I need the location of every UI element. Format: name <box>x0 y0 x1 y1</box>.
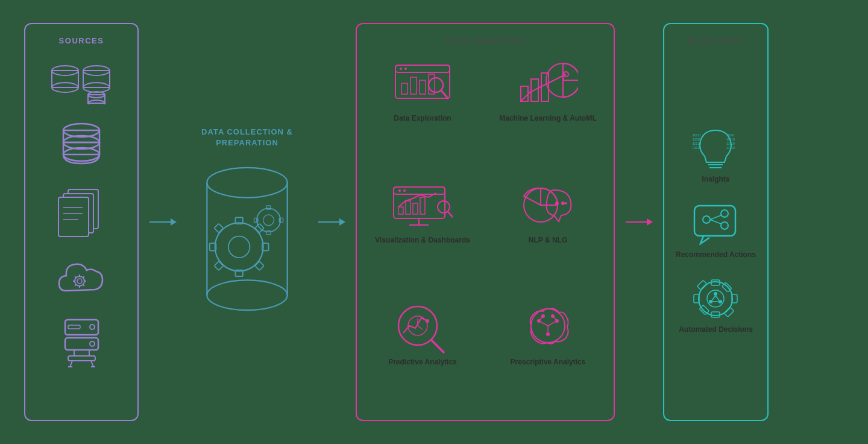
svg-line-138 <box>712 296 715 300</box>
svg-rect-16 <box>58 197 89 236</box>
data-exploration-icon <box>392 60 453 109</box>
nlp-label: NLP & NLG <box>529 235 567 246</box>
svg-rect-7 <box>88 95 105 103</box>
visualization-label: Visualization & Dashboards <box>375 235 470 246</box>
data-exploration-label: Data Exploration <box>394 113 451 124</box>
arrow-to-analytics <box>307 218 356 226</box>
svg-line-29 <box>75 285 76 286</box>
svg-rect-119 <box>694 206 735 236</box>
svg-rect-65 <box>401 83 407 94</box>
automated-label: Automated Decisions <box>679 325 753 335</box>
svg-point-64 <box>404 68 407 70</box>
svg-rect-36 <box>68 356 95 361</box>
svg-point-104 <box>537 319 541 323</box>
svg-text:10110: 10110 <box>726 138 735 141</box>
cloud-icon <box>54 255 108 300</box>
svg-rect-35 <box>74 350 89 356</box>
arrow-2 <box>318 218 345 226</box>
svg-point-135 <box>714 292 717 296</box>
visualization-icon <box>392 182 453 230</box>
svg-rect-82 <box>413 203 418 214</box>
svg-rect-126 <box>711 280 720 285</box>
svg-text:10111: 10111 <box>693 133 701 137</box>
cylinder-icon <box>199 160 295 317</box>
insights-icon: 10111 11010 10110 01110 10101 10110 1101… <box>691 127 740 170</box>
svg-rect-80 <box>398 207 403 214</box>
svg-point-107 <box>541 314 545 318</box>
svg-point-122 <box>721 222 728 229</box>
predictive-item: Predictive Analytics <box>366 298 479 408</box>
svg-text:10101: 10101 <box>726 133 735 137</box>
svg-rect-51 <box>214 224 223 233</box>
prescriptive-label: Prescriptive Analytics <box>511 357 586 367</box>
data-exploration-item: Data Exploration <box>366 54 479 164</box>
insights-item: 10111 11010 10110 01110 10101 10110 1101… <box>691 127 740 185</box>
svg-rect-133 <box>725 308 734 317</box>
svg-rect-30 <box>65 320 98 335</box>
database-icon <box>60 121 102 170</box>
recommended-label: Recommended Actions <box>676 250 756 260</box>
svg-line-93 <box>432 340 444 352</box>
svg-rect-4 <box>83 71 110 87</box>
collection-title: DATA COLLECTION &PREPARATION <box>201 127 293 148</box>
svg-point-41 <box>207 168 287 198</box>
svg-rect-62 <box>395 65 450 72</box>
bi-items: 10111 11010 10110 01110 10101 10110 1101… <box>676 54 756 408</box>
svg-rect-76 <box>394 187 445 218</box>
svg-point-20 <box>75 276 84 286</box>
svg-point-106 <box>546 332 550 336</box>
svg-line-124 <box>710 220 721 224</box>
arrow-3 <box>626 218 653 226</box>
arrow-1 <box>149 218 177 226</box>
svg-line-87 <box>448 212 453 217</box>
svg-text:11010: 11010 <box>693 138 701 141</box>
predictive-icon <box>392 304 453 352</box>
svg-point-34 <box>90 341 95 346</box>
databases-cluster-icon <box>48 62 115 104</box>
svg-line-38 <box>91 361 93 367</box>
svg-point-91 <box>565 202 567 205</box>
svg-point-79 <box>403 189 406 192</box>
ml-automl-icon <box>518 60 578 109</box>
predictive-label: Predictive Analytics <box>388 357 457 367</box>
analytics-title: DATA ANALYTICS <box>445 36 524 45</box>
ml-automl-item: Machine Learning & AutoML <box>491 54 605 164</box>
svg-point-63 <box>400 68 402 70</box>
svg-point-105 <box>555 319 559 323</box>
svg-rect-127 <box>711 312 720 317</box>
nlp-icon <box>518 182 578 230</box>
svg-point-78 <box>398 189 401 192</box>
visualization-item: Visualization & Dashboards <box>366 176 479 286</box>
svg-line-139 <box>715 296 719 300</box>
sources-title: SOURCES <box>59 36 104 45</box>
bi-box: BI OUTPUTS 10111 11010 10110 01110 <box>663 23 769 421</box>
svg-point-108 <box>551 314 555 318</box>
svg-text:11010: 11010 <box>726 142 735 145</box>
arrow-to-bi <box>615 218 663 226</box>
svg-line-123 <box>710 215 721 220</box>
svg-rect-132 <box>697 281 707 290</box>
sources-box: SOURCES <box>24 23 139 421</box>
svg-rect-77 <box>394 187 445 194</box>
svg-point-46 <box>228 236 250 258</box>
svg-point-90 <box>561 201 565 205</box>
ml-automl-label: Machine Learning & AutoML <box>499 113 597 124</box>
insights-label: Insights <box>702 174 729 185</box>
recommended-icon <box>691 203 740 245</box>
bi-title: BI OUTPUTS <box>688 36 744 45</box>
svg-point-56 <box>263 215 274 226</box>
svg-rect-67 <box>420 80 426 94</box>
svg-line-37 <box>70 361 72 367</box>
svg-point-31 <box>90 325 95 329</box>
svg-point-45 <box>215 223 263 271</box>
server-icon <box>59 317 104 371</box>
svg-rect-32 <box>68 325 80 329</box>
svg-rect-66 <box>410 77 417 94</box>
analytics-grid: Data Exploration <box>366 54 605 408</box>
svg-rect-54 <box>255 261 264 270</box>
svg-rect-81 <box>406 201 410 214</box>
svg-rect-83 <box>420 197 425 214</box>
svg-rect-1 <box>52 71 78 87</box>
svg-text:01110: 01110 <box>693 146 701 150</box>
svg-point-121 <box>721 210 728 217</box>
